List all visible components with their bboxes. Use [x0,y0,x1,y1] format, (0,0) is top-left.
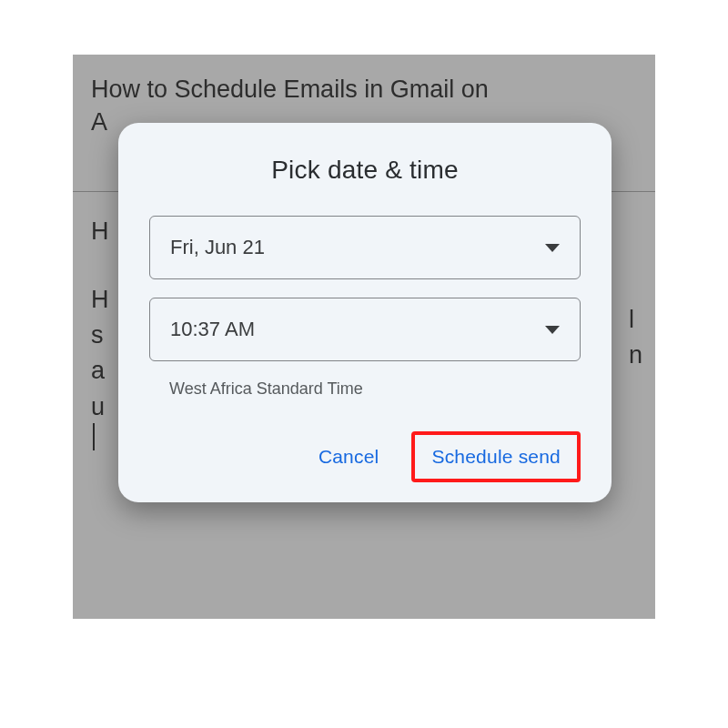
text-cursor [93,423,95,450]
background-body: H H s a u [91,214,109,425]
dialog-title: Pick date & time [149,156,581,185]
body-line: u [91,389,109,425]
chevron-down-icon [545,326,560,334]
date-picker-field[interactable]: Fri, Jun 21 [149,216,581,279]
dialog-actions: Cancel Schedule send [149,431,581,482]
body-line: H [91,282,109,318]
timezone-label: West Africa Standard Time [169,379,581,399]
body-line: s [91,318,109,353]
time-value: 10:37 AM [170,318,255,341]
date-value: Fri, Jun 21 [170,236,265,259]
schedule-dialog: Pick date & time Fri, Jun 21 10:37 AM We… [118,123,612,502]
body-line: H [91,214,109,249]
body-line: a [91,353,109,389]
cancel-button[interactable]: Cancel [298,431,399,482]
heading-text-2: A [91,108,107,136]
time-picker-field[interactable]: 10:37 AM [149,298,581,361]
body-right-line: l [629,302,642,338]
schedule-send-button[interactable]: Schedule send [411,431,581,482]
chevron-down-icon [545,244,560,252]
body-right-line: n [629,338,642,373]
heading-text: How to Schedule Emails in Gmail on [91,76,489,103]
screenshot-frame: How to Schedule Emails in Gmail on A H H… [73,55,655,619]
background-body-right: l n [629,302,642,373]
